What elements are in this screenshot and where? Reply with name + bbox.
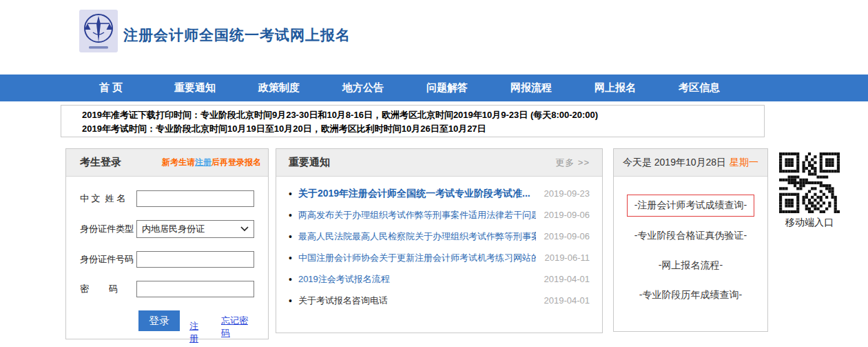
page: 注册会计师全国统一考试网上报名 首 页 重要通知 政策制度 地方公告 问题解答 … — [0, 0, 868, 347]
notice-line-1: 2019年准考证下载打印时间：专业阶段北京时间9月23-30日和10月8-16日… — [82, 108, 757, 122]
register-inline-link[interactable]: 注册 — [195, 157, 211, 167]
quick-links: -注册会计师考试成绩查询- -专业阶段合格证真伪验证- -网上报名流程- -专业… — [614, 177, 767, 319]
score-inquiry-link[interactable]: -注册会计师考试成绩查询- — [627, 195, 754, 217]
nav-item-registration-process[interactable]: 网报流程 — [489, 81, 573, 95]
id-number-label: 身份证件号码 — [80, 253, 136, 266]
notice-date: 2019-09-06 — [544, 210, 590, 220]
login-subtitle: 新考生请注册后再登录报名 — [162, 157, 261, 168]
registration-process-link[interactable]: -网上报名流程- — [659, 259, 723, 272]
nav-item-exam-area-info[interactable]: 考区信息 — [657, 81, 741, 95]
today-weekday: 星期一 — [730, 157, 758, 169]
important-notices-panel: 重要通知 更多 >> • 关于2019年注册会计师全国统一考试专业阶段考试准..… — [276, 148, 603, 333]
notices-title: 重要通知 — [289, 156, 330, 169]
site-header: 注册会计师全国统一考试网上报名 — [0, 0, 868, 75]
password-label: 密 码 — [80, 283, 136, 295]
login-title: 考生登录 — [80, 156, 121, 169]
notice-date: 2019-04-01 — [544, 274, 590, 284]
login-actions: 登录 注册 忘记密码 — [80, 310, 254, 345]
login-subtitle-prefix: 新考生请 — [162, 157, 195, 167]
id-number-input[interactable] — [136, 251, 254, 268]
form-row-name: 中 文 姓 名 — [80, 190, 254, 207]
historical-scores-link[interactable]: -专业阶段历年成绩查询- — [639, 289, 742, 301]
chevron-down-icon — [240, 226, 249, 232]
list-item: • 中国注册会计师协会关于更新注册会计师考试机考练习网站的公... 2019-0… — [289, 247, 590, 268]
notice-link[interactable]: 2019注会考试报名流程 — [298, 273, 536, 286]
forgot-password-link[interactable]: 忘记密码 — [221, 315, 254, 339]
nav-item-policies[interactable]: 政策制度 — [237, 81, 321, 95]
register-link[interactable]: 注册 — [189, 320, 206, 345]
nav-item-online-registration[interactable]: 网上报名 — [573, 81, 657, 95]
form-row-id-number: 身份证件号码 — [80, 251, 254, 268]
bullet-icon: • — [289, 296, 292, 306]
id-type-selected-value: 内地居民身份证 — [142, 223, 205, 235]
main-nav: 首 页 重要通知 政策制度 地方公告 问题解答 网报流程 网上报名 考区信息 — [0, 75, 868, 101]
login-panel-header: 考生登录 新考生请注册后再登录报名 — [66, 149, 268, 177]
notice-link[interactable]: 最高人民法院最高人民检察院关于办理组织考试作弊等刑事案件... — [298, 230, 536, 243]
chinese-name-input[interactable] — [136, 190, 254, 207]
bullet-icon: • — [289, 210, 292, 220]
notice-date: 2019-04-01 — [544, 295, 590, 306]
today-date-text: 今天是 2019年10月28日 — [623, 157, 726, 169]
bullet-icon: • — [289, 232, 292, 241]
form-row-password: 密 码 — [80, 281, 254, 297]
nav-item-local-announcements[interactable]: 地方公告 — [321, 81, 405, 95]
notice-link[interactable]: 关于2019年注册会计师全国统一考试专业阶段考试准... — [298, 188, 536, 200]
notice-link[interactable]: 中国注册会计师协会关于更新注册会计师考试机考练习网站的公... — [298, 252, 537, 264]
list-item: • 2019注会考试报名流程 2019-04-01 — [289, 268, 590, 290]
nav-item-home[interactable]: 首 页 — [69, 81, 153, 95]
today-panel-header: 今天是 2019年10月28日 星期一 — [614, 149, 767, 177]
cicpa-logo-icon — [79, 10, 118, 52]
list-item: • 最高人民法院最高人民检察院关于办理组织考试作弊等刑事案件... 2019-0… — [289, 226, 590, 247]
exam-time-notice-bar: 2019年准考证下载打印时间：专业阶段北京时间9月23-30日和10月8-16日… — [61, 105, 765, 137]
notice-link[interactable]: 关于考试报名咨询电话 — [298, 295, 536, 307]
list-item: • 两高发布关于办理组织考试作弊等刑事案件适用法律若干问题的... 2019-0… — [289, 204, 590, 226]
notice-line-2: 2019年考试时间：专业阶段北京时间10月19日至10月20日，欧洲考区比利时时… — [82, 122, 757, 136]
nav-item-faq[interactable]: 问题解答 — [405, 81, 489, 95]
notice-date: 2019-06-11 — [544, 252, 590, 263]
candidate-login-panel: 考生登录 新考生请注册后再登录报名 中 文 姓 名 身份证件类型 内地居民身份证… — [65, 148, 269, 339]
list-item: • 关于2019年注册会计师全国统一考试专业阶段考试准... 2019-09-2… — [289, 183, 590, 204]
bullet-icon: • — [289, 275, 292, 284]
bullet-icon: • — [289, 253, 292, 263]
login-form: 中 文 姓 名 身份证件类型 内地居民身份证 身份证件号码 密 码 登录 — [66, 177, 268, 345]
qr-code — [779, 152, 840, 213]
login-button[interactable]: 登录 — [138, 310, 180, 331]
certificate-verification-link[interactable]: -专业阶段合格证真伪验证- — [634, 230, 747, 242]
mobile-entry: 移动端入口 — [777, 152, 842, 229]
page-title: 注册会计师全国统一考试网上报名 — [123, 26, 351, 45]
chinese-name-label: 中 文 姓 名 — [80, 192, 136, 205]
notices-list: • 关于2019年注册会计师全国统一考试专业阶段考试准... 2019-09-2… — [276, 177, 602, 311]
today-panel: 今天是 2019年10月28日 星期一 -注册会计师考试成绩查询- -专业阶段合… — [613, 148, 768, 332]
id-type-select[interactable]: 内地居民身份证 — [136, 220, 254, 238]
more-link[interactable]: 更多 >> — [555, 157, 590, 169]
notice-link[interactable]: 两高发布关于办理组织考试作弊等刑事案件适用法律若干问题的... — [298, 209, 536, 221]
bullet-icon: • — [289, 189, 292, 199]
id-type-label: 身份证件类型 — [80, 223, 136, 235]
login-subtitle-suffix: 后再登录报名 — [211, 157, 261, 167]
notice-date: 2019-09-23 — [544, 188, 590, 199]
nav-item-important-notices[interactable]: 重要通知 — [153, 81, 237, 95]
notices-panel-header: 重要通知 更多 >> — [276, 149, 602, 177]
mobile-entry-label: 移动端入口 — [777, 217, 842, 229]
password-input[interactable] — [136, 281, 254, 297]
list-item: • 关于考试报名咨询电话 2019-04-01 — [289, 290, 590, 311]
form-row-id-type: 身份证件类型 内地居民身份证 — [80, 220, 254, 238]
notice-date: 2019-09-06 — [544, 231, 590, 241]
